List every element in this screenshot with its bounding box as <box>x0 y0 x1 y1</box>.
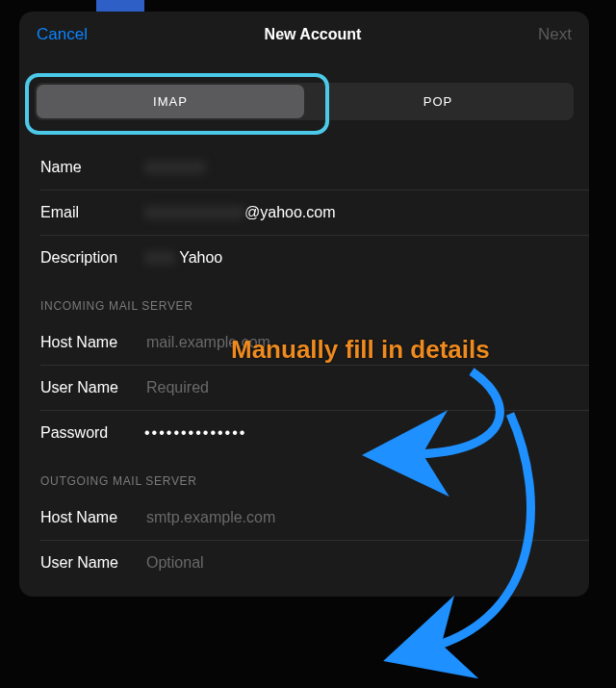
email-field[interactable]: xxxxxxxxxxxxx@yahoo.com <box>144 204 568 221</box>
name-field[interactable]: xxxxxxxx <box>144 159 568 176</box>
description-text: Yahoo <box>179 249 222 266</box>
outgoing-host-field[interactable] <box>144 508 568 527</box>
outgoing-user-row: User Name <box>40 540 589 585</box>
email-label: Email <box>40 204 144 221</box>
account-info-group: Name xxxxxxxx Email xxxxxxxxxxxxx@yahoo.… <box>19 145 589 280</box>
name-row: Name xxxxxxxx <box>19 145 589 190</box>
incoming-server-group: INCOMING MAIL SERVER Host Name User Name… <box>19 299 589 455</box>
email-domain: @yahoo.com <box>244 204 336 220</box>
name-label: Name <box>40 159 144 176</box>
cancel-button[interactable]: Cancel <box>37 25 88 44</box>
protocol-segmented-control[interactable]: IMAP POP <box>35 83 574 120</box>
next-button[interactable]: Next <box>538 25 572 44</box>
incoming-header: INCOMING MAIL SERVER <box>19 299 589 320</box>
segment-imap[interactable]: IMAP <box>37 85 304 118</box>
incoming-user-row: User Name <box>40 365 589 410</box>
description-field[interactable]: xxxx Yahoo <box>144 249 568 267</box>
page-title: New Account <box>265 26 362 43</box>
segment-pop[interactable]: POP <box>304 85 572 118</box>
incoming-user-label: User Name <box>40 379 144 396</box>
outgoing-user-label: User Name <box>40 554 144 572</box>
description-label: Description <box>40 249 144 267</box>
incoming-user-field[interactable] <box>144 378 568 397</box>
outgoing-user-field[interactable] <box>144 553 568 573</box>
incoming-password-field[interactable]: •••••••••••••• <box>144 424 568 442</box>
new-account-sheet: Cancel New Account Next IMAP POP Name xx… <box>19 12 589 597</box>
description-row: Description xxxx Yahoo <box>40 235 589 280</box>
outgoing-host-row: Host Name <box>19 496 589 540</box>
incoming-password-row: Password •••••••••••••• <box>40 410 589 455</box>
outgoing-header: OUTGOING MAIL SERVER <box>19 474 589 496</box>
incoming-password-label: Password <box>40 424 144 442</box>
outgoing-server-group: OUTGOING MAIL SERVER Host Name User Name <box>19 474 589 585</box>
incoming-host-field[interactable] <box>144 333 568 352</box>
incoming-host-row: Host Name <box>19 320 589 365</box>
incoming-host-label: Host Name <box>40 334 144 351</box>
outgoing-host-label: Host Name <box>40 509 144 526</box>
email-row: Email xxxxxxxxxxxxx@yahoo.com <box>40 190 589 235</box>
nav-bar: Cancel New Account Next <box>19 12 589 62</box>
